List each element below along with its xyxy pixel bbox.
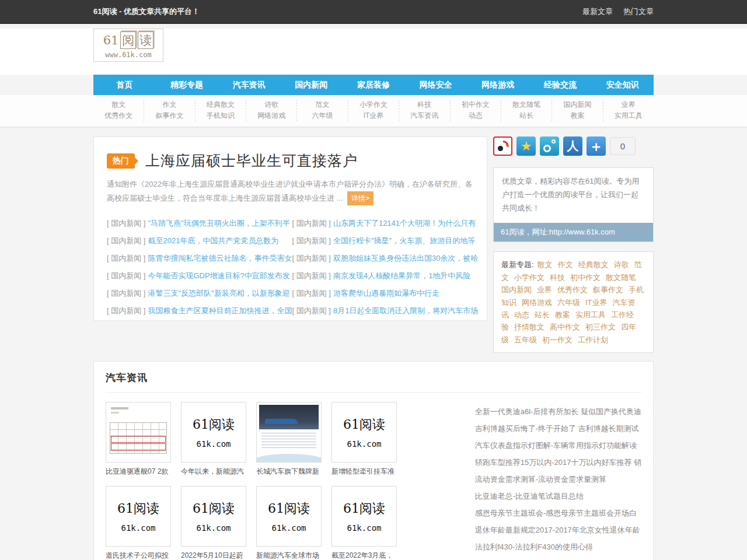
car-link[interactable]: 法拉利f430-法拉利F430的使用心得	[475, 538, 641, 555]
nav-item-net-security[interactable]: 网络安全	[404, 75, 467, 95]
topic-tag[interactable]: 工作计划	[578, 335, 608, 344]
car-link[interactable]: 全新一代奥迪a6l-后排有所加长 疑似国产换代奥迪	[475, 403, 641, 420]
top-link-latest[interactable]: 最新文章	[582, 6, 613, 17]
subnav-link[interactable]: 初中作文	[451, 99, 501, 110]
car-link[interactable]: 感恩母亲节主题班会-感恩母亲节主题班会开场白	[475, 505, 641, 522]
subnav-link[interactable]: 手机知识	[196, 110, 246, 121]
car-link[interactable]: 流动资金需求测算-流动资金需求量测算	[475, 471, 641, 488]
topic-tag[interactable]: 网络游戏	[522, 298, 552, 307]
subnav-link[interactable]: 叙事作文	[144, 110, 194, 121]
hot-headline[interactable]: 上海应届硕士毕业生可直接落户	[145, 151, 358, 170]
topic-tag[interactable]: 小学作文	[514, 273, 544, 282]
nav-item-domestic-news[interactable]: 国内新闻	[280, 75, 343, 95]
topic-tag[interactable]: 散文随笔	[606, 273, 636, 282]
subnav-link[interactable]: 范文	[297, 99, 347, 110]
news-link[interactable]: 今年能否实现GDP增速目标?中宣部发布发	[148, 271, 289, 280]
topic-tag[interactable]: 散文	[537, 260, 553, 269]
subnav-link[interactable]: 作文	[144, 99, 194, 110]
site-logo[interactable]: 61 阅 读 www.61k.com	[93, 29, 163, 62]
nav-item-car-news[interactable]: 汽车资讯	[218, 75, 280, 95]
subnav-link[interactable]: 诗歌	[246, 99, 296, 110]
nav-item-topics[interactable]: 精彩专题	[156, 75, 218, 95]
car-link[interactable]: 比亚迪老总-比亚迪笔试题目总结	[475, 488, 641, 505]
subnav-link[interactable]: 动态	[451, 110, 501, 121]
topic-tag[interactable]: 业界	[537, 285, 552, 294]
car-card[interactable]: 61阅读61k.com 截至2022年3月底，	[331, 486, 397, 560]
detail-button[interactable]: 详情>	[347, 191, 374, 205]
topic-tag[interactable]: 初三作文	[585, 323, 616, 331]
subnav-link[interactable]: 国内新闻	[552, 99, 602, 110]
car-link[interactable]: 08款捷达-08款捷达伙伴仪表盘面板拆卸第一步图	[475, 555, 641, 560]
topic-tag[interactable]: 叙事作文	[593, 285, 623, 294]
car-card[interactable]: 比亚迪驱逐舰07 2款	[106, 402, 171, 477]
nav-item-net-games[interactable]: 网络游戏	[467, 75, 529, 95]
tencent-weibo-share-icon[interactable]	[540, 136, 559, 156]
car-card[interactable]: 61阅读61k.com 2022年5月10日起蔚	[181, 486, 246, 560]
subnav-link[interactable]: 小学作文	[348, 99, 399, 110]
news-link[interactable]: 游客爬华山遇暴雨如瀑布中行走	[333, 289, 439, 298]
subnav-col-6: 小学作文 IT业界	[348, 99, 399, 121]
news-link[interactable]: 山东两天下了12141个大明湖！为什么只有	[333, 219, 476, 228]
news-link[interactable]: 港警三支"反恐部队"新装亮相，以新形象迎	[148, 289, 289, 298]
car-card[interactable]: 长城汽车旗下魏牌新	[256, 402, 322, 477]
topic-tag[interactable]: IT业界	[585, 298, 608, 307]
subnav-link[interactable]: 实用工具	[603, 110, 654, 121]
car-section-title: 汽车资讯	[106, 371, 641, 384]
topic-tag[interactable]: 优秀作文	[557, 285, 588, 294]
news-link[interactable]: 陈霄华擅闯私宅被德云社除名，事件受害女	[148, 254, 292, 262]
subnav-link[interactable]: 教案	[552, 110, 602, 121]
news-link[interactable]: 南京发现4人核酸结果异常，1地升中风险	[333, 271, 470, 280]
car-card[interactable]: 61阅读61k.com 新能源汽车全球市场	[256, 486, 322, 560]
car-card[interactable]: 61阅读61k.com 新增轻型牵引挂车准	[331, 402, 397, 477]
car-card[interactable]: 61阅读61k.com 今年以来，新能源汽	[181, 402, 246, 477]
news-link[interactable]: "马踏飞燕"玩偶凭丑萌火出圈，上架不到半	[148, 219, 289, 228]
subnav-col-2: 作文 叙事作文	[144, 99, 195, 121]
car-link[interactable]: 退休年龄最新规定2017-2017年北京女性退休年龄	[475, 522, 641, 538]
sina-weibo-share-icon[interactable]	[493, 136, 512, 156]
topic-tag[interactable]: 国内新闻	[501, 285, 532, 294]
topic-tag[interactable]: 高中作文	[550, 323, 580, 331]
topic-tag[interactable]: 实用工具	[575, 310, 606, 319]
subnav-link[interactable]: 汽车资讯	[399, 110, 449, 121]
topic-tag[interactable]: 站长	[535, 310, 550, 319]
subnav-link[interactable]: 网络游戏	[246, 110, 296, 121]
car-card[interactable]: 61阅读61k.com 道氏技术子公司拟投	[106, 486, 171, 560]
renren-share-icon[interactable]: 人	[563, 136, 582, 156]
subnav-link[interactable]: 经典散文	[196, 99, 246, 110]
topic-tag[interactable]: 五年级	[514, 335, 537, 344]
share-more-icon[interactable]: ＋	[587, 136, 606, 156]
nav-item-home[interactable]: 首页	[93, 75, 156, 95]
subnav-link[interactable]: 业界	[603, 99, 654, 110]
news-link[interactable]: 双胞胎姐妹互换身份违法出国30余次，被哈	[333, 254, 478, 262]
news-link[interactable]: 8月1日起全面取消迁入限制，将对汽车市场	[333, 306, 478, 315]
news-link[interactable]: 截至2021年底，中国共产党党员总数为	[148, 236, 278, 245]
subnav-link[interactable]: 优秀作文	[93, 110, 144, 121]
news-link[interactable]: 我国粮食主产区夏种目前正加快推进，全国	[148, 306, 292, 315]
news-link[interactable]: 全国行程卡"摘星"，火车票、旅游目的地等	[333, 236, 475, 245]
car-link[interactable]: 轿跑车型推荐15万以内-2017十万以内好车推荐 销	[475, 454, 641, 471]
subnav-link[interactable]: 科技	[399, 99, 449, 110]
subnav-link[interactable]: 站长	[501, 110, 551, 121]
topic-tag[interactable]: 教案	[555, 310, 570, 319]
topic-tag[interactable]: 六年级	[557, 298, 580, 307]
car-link[interactable]: 吉利博越买后悔了-终于开始了 吉利博越长期测试	[475, 420, 641, 437]
subnav-link[interactable]: 散文随笔	[501, 99, 551, 110]
topic-tag[interactable]: 动态	[514, 310, 529, 319]
subnav-link[interactable]: 散文	[93, 99, 144, 110]
subnav-link[interactable]: IT业界	[348, 110, 399, 121]
topic-tag[interactable]: 初一作文	[542, 335, 573, 344]
topic-tag[interactable]: 初中作文	[570, 273, 601, 282]
nav-item-experience[interactable]: 经验交流	[529, 75, 592, 95]
qzone-share-icon[interactable]: ★	[516, 136, 536, 156]
car-link[interactable]: 汽车仪表盘指示灯图解-车辆常用指示灯功能解读	[475, 437, 641, 454]
topic-tag[interactable]: 诗歌	[614, 260, 629, 269]
nav-item-home-deco[interactable]: 家居装修	[343, 75, 405, 95]
top-bar: 61阅读 - 优质文章共享的平台！ 最新文章 热门文章	[0, 0, 747, 24]
topic-tag[interactable]: 科技	[550, 273, 565, 282]
topic-tag[interactable]: 作文	[558, 260, 573, 269]
topic-tag[interactable]: 经典散文	[578, 260, 609, 269]
subnav-link[interactable]: 六年级	[297, 110, 347, 121]
top-link-hot[interactable]: 热门文章	[623, 6, 654, 17]
nav-item-safety-knowledge[interactable]: 安全知识	[591, 75, 654, 95]
topic-tag[interactable]: 抒情散文	[514, 323, 544, 331]
